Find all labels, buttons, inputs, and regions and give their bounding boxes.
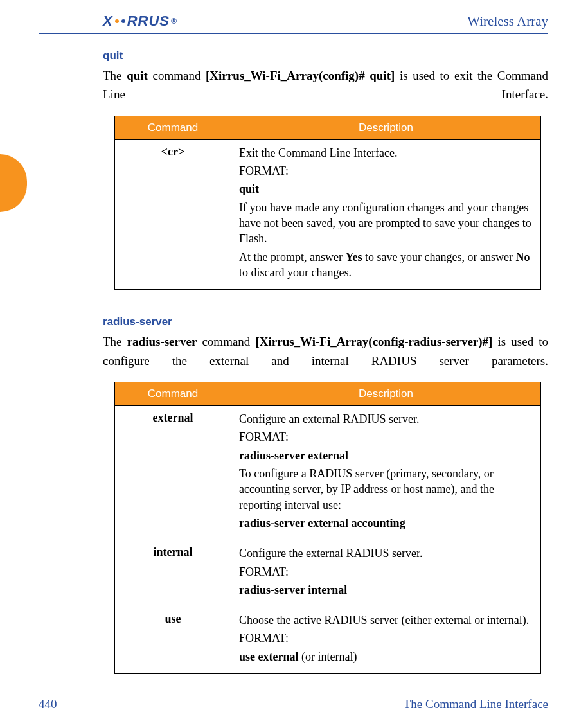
column-header-description: Description (231, 116, 541, 139)
table-row: internal Configure the external RADIUS s… (115, 540, 541, 607)
table-header-row: Command Description (115, 116, 541, 139)
document-title: Wireless Array (467, 13, 548, 30)
command-name-cell: internal (115, 540, 231, 607)
column-header-command: Command (115, 382, 231, 406)
column-header-description: Description (231, 382, 541, 406)
radius-server-command-table: Command Description external Configure a… (114, 382, 541, 674)
command-description-cell: Exit the Command Line Interface. FORMAT:… (231, 139, 541, 289)
table-row: use Choose the active RADIUS server (eit… (115, 607, 541, 674)
page-footer: 440 The Command Line Interface (31, 693, 548, 711)
table-header-row: Command Description (115, 382, 541, 406)
xirrus-logo: XRRUS® (103, 13, 177, 30)
command-description-cell: Configure the external RADIUS server. FO… (231, 540, 541, 607)
page-number: 440 (31, 697, 57, 711)
column-header-command: Command (115, 116, 231, 139)
command-description-cell: Choose the active RADIUS server (either … (231, 607, 541, 674)
quit-command-table: Command Description <cr> Exit the Comman… (114, 116, 541, 290)
section-heading-quit: quit (103, 49, 548, 62)
command-description-cell: Configure an external RADIUS server. FOR… (231, 406, 541, 540)
footer-section-title: The Command Line Interface (404, 697, 548, 711)
page-header: XRRUS® Wireless Array (39, 13, 548, 34)
section-intro-radius-server: The radius-server command [Xirrus_Wi-Fi_… (103, 332, 548, 370)
command-name-cell: external (115, 406, 231, 540)
command-name-cell: use (115, 607, 231, 674)
side-tab-decoration (0, 154, 27, 212)
section-heading-radius-server: radius-server (103, 315, 548, 328)
table-row: external Configure an external RADIUS se… (115, 406, 541, 540)
table-row: <cr> Exit the Command Line Interface. FO… (115, 139, 541, 289)
command-name-cell: <cr> (115, 139, 231, 289)
section-intro-quit: The quit command [Xirrus_Wi-Fi_Array(con… (103, 66, 548, 104)
